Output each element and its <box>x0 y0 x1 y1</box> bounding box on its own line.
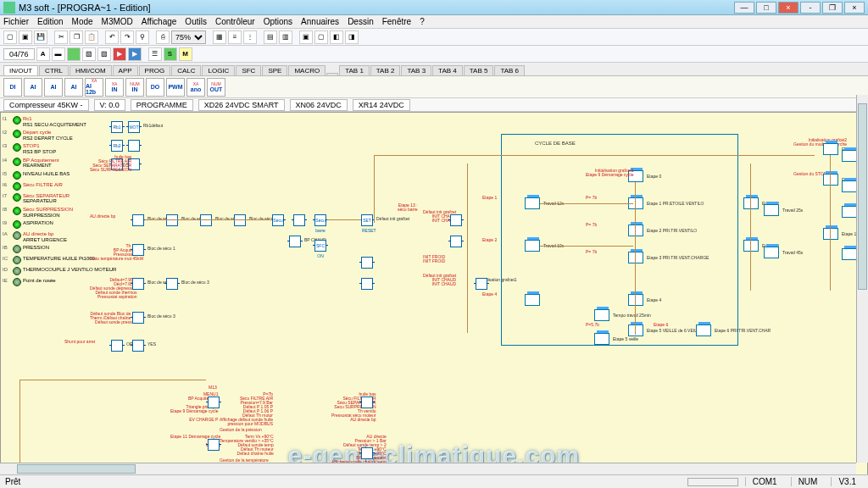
tab-prog[interactable]: PROG <box>139 65 171 75</box>
io-I5[interactable]: I5NIVEAU HUILE BAS <box>3 171 116 180</box>
function-block[interactable] <box>361 447 373 459</box>
mode-s-button[interactable]: S <box>164 47 177 61</box>
minimize-button[interactable]: — <box>734 2 754 14</box>
function-block[interactable] <box>132 312 144 324</box>
menu-fichier[interactable]: Fichier <box>3 17 29 26</box>
function-block[interactable]: SET RESET <box>361 214 373 226</box>
function-block[interactable] <box>361 278 373 290</box>
board3-box[interactable]: XR14 24VDC <box>353 99 410 111</box>
palette-out[interactable]: NUMOUT <box>207 78 225 97</box>
vscroll-thumb[interactable] <box>858 103 867 290</box>
io-ID[interactable]: IDTHERMOCOUPLE J VENTILO MOTEUR <box>3 267 116 275</box>
function-block[interactable]: Sécu barre <box>314 214 326 226</box>
menu-mode[interactable]: Mode <box>72 17 93 26</box>
grafcet-step[interactable] <box>525 240 540 252</box>
mdi-close-button[interactable]: × <box>844 2 865 14</box>
grafcet-step[interactable] <box>628 252 643 263</box>
menu-affichage[interactable]: Affichage <box>142 17 177 26</box>
grafcet-step[interactable] <box>842 206 857 218</box>
function-block[interactable] <box>361 257 373 269</box>
find-icon[interactable]: ⚲ <box>136 30 149 44</box>
menu-annuaires[interactable]: Annuaires <box>301 17 339 26</box>
grafcet-step[interactable] <box>594 333 609 345</box>
function-block[interactable] <box>208 439 220 451</box>
program-box[interactable]: PROGRAMME <box>131 99 193 111</box>
grafcet-step[interactable] <box>823 143 838 155</box>
io-I9[interactable]: I9ASPIRATION <box>3 220 116 229</box>
open-icon[interactable]: ▣ <box>19 30 32 44</box>
grafcet-step[interactable] <box>743 197 759 209</box>
function-block[interactable] <box>293 214 305 226</box>
function-block[interactable] <box>132 340 144 352</box>
io-I3[interactable]: I3STOP1RS3 BP STOP <box>3 143 116 154</box>
tab-tab-6[interactable]: TAB 6 <box>494 65 525 75</box>
io-IA[interactable]: IAAU directe bpARRET URGENCE <box>3 231 116 242</box>
tab-tab-4[interactable]: TAB 4 <box>432 65 463 75</box>
maximize-button[interactable]: □ <box>756 2 776 14</box>
grafcet-step[interactable] <box>628 324 643 336</box>
tab-tab-3[interactable]: TAB 3 <box>401 65 431 75</box>
function-block[interactable] <box>361 396 373 408</box>
tab-tab-2[interactable]: TAB 2 <box>370 65 401 75</box>
wire-icon[interactable]: ☰ <box>148 47 162 61</box>
play-icon[interactable]: ▶ <box>128 47 142 61</box>
new-icon[interactable]: ▢ <box>3 30 17 44</box>
distribute-icon[interactable]: ⋮ <box>243 30 257 44</box>
menu-contrôleur[interactable]: Contrôleur <box>215 17 255 26</box>
tab-macro[interactable]: MACRO <box>288 65 326 75</box>
tab-logic[interactable]: LOGIC <box>202 65 235 75</box>
grafcet-step[interactable] <box>842 150 857 162</box>
tool-a-icon[interactable]: ▤ <box>264 30 277 44</box>
hscroll-thumb[interactable] <box>17 464 136 474</box>
group-icon[interactable]: ▣ <box>299 30 313 44</box>
stop-icon[interactable]: ▶ <box>113 47 126 61</box>
function-block[interactable] <box>166 278 178 290</box>
copy-icon[interactable]: ❐ <box>70 30 83 44</box>
io-I6[interactable]: I6Sécu FILTRE AIR <box>3 182 116 191</box>
grafcet-step[interactable] <box>525 197 540 209</box>
palette-pwm[interactable]: PWM <box>166 78 185 97</box>
tab-app[interactable]: APP <box>113 65 138 75</box>
io-I7[interactable]: I7Sécu SEPARATEURSEPARATEUR <box>3 193 116 204</box>
grafcet-step[interactable] <box>764 204 779 216</box>
function-block[interactable]: Sécu <box>272 214 284 226</box>
tab-tab-5[interactable]: TAB 5 <box>464 65 494 75</box>
misc2-icon[interactable]: ◨ <box>345 30 359 44</box>
menu-m3mod[interactable]: M3MOD <box>102 17 133 26</box>
mdi-restore-button[interactable]: ❐ <box>822 2 843 14</box>
function-block[interactable] <box>289 236 301 247</box>
misc-icon[interactable]: ◧ <box>330 30 343 44</box>
close-button[interactable]: × <box>778 2 798 14</box>
function-block[interactable] <box>450 236 462 247</box>
palette-ai[interactable]: AI <box>24 78 42 97</box>
function-block[interactable] <box>208 396 220 408</box>
function-block[interactable]: Rb1 <box>111 121 123 133</box>
grafcet-step[interactable] <box>594 309 609 321</box>
paste-icon[interactable]: 📋 <box>85 30 98 44</box>
tab-tab-1[interactable]: TAB 1 <box>339 65 370 75</box>
menu-edition[interactable]: Edition <box>37 17 64 26</box>
align-icon[interactable]: ≡ <box>228 30 242 44</box>
grafcet-step[interactable] <box>696 324 711 336</box>
cut-icon[interactable]: ✂ <box>54 30 68 44</box>
redo-icon[interactable]: ↷ <box>120 30 134 44</box>
mode-m-button[interactable]: M <box>179 47 192 61</box>
palette-ai[interactable]: AI <box>64 78 83 97</box>
save-icon[interactable]: 💾 <box>34 30 47 44</box>
palette-ai12b[interactable]: XAAI 12b <box>85 78 103 97</box>
color-green-icon[interactable] <box>67 47 81 61</box>
grafcet-step[interactable] <box>842 248 857 260</box>
function-block[interactable] <box>128 140 140 152</box>
palette-do[interactable]: DO <box>146 78 164 97</box>
tab-calc[interactable]: CALC <box>171 65 201 75</box>
function-block[interactable] <box>132 214 144 226</box>
function-block[interactable]: MOT <box>128 121 140 133</box>
tab-blank[interactable] <box>326 73 338 75</box>
grafcet-step[interactable] <box>628 225 643 236</box>
menu-options[interactable]: Options <box>264 17 292 26</box>
vertical-scrollbar[interactable] <box>856 95 868 463</box>
function-block[interactable]: SFC ON <box>314 240 326 252</box>
function-block[interactable]: Rb2 <box>111 140 123 152</box>
zoom-select[interactable]: 75% <box>171 30 206 44</box>
function-block[interactable] <box>166 214 178 226</box>
